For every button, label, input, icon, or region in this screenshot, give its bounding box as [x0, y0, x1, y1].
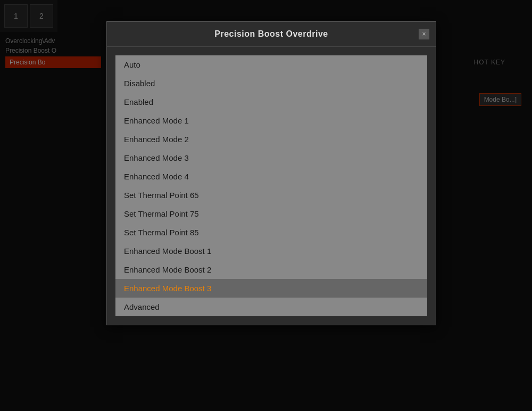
- modal-title-bar: Precision Boost Overdrive ×: [107, 22, 436, 47]
- list-item[interactable]: Set Thermal Point 75: [115, 204, 427, 223]
- options-list: AutoDisabledEnabledEnhanced Mode 1Enhanc…: [115, 55, 427, 316]
- list-item[interactable]: Enhanced Mode Boost 3: [115, 279, 427, 298]
- modal-title: Precision Boost Overdrive: [214, 29, 328, 39]
- list-item[interactable]: Enhanced Mode Boost 1: [115, 242, 427, 260]
- list-item[interactable]: Enhanced Mode Boost 2: [115, 260, 427, 279]
- list-item[interactable]: Enhanced Mode 2: [115, 130, 427, 149]
- list-item[interactable]: Enhanced Mode 1: [115, 111, 427, 130]
- list-item[interactable]: Set Thermal Point 85: [115, 223, 427, 242]
- precision-boost-modal: Precision Boost Overdrive × AutoDisabled…: [106, 21, 436, 325]
- list-item[interactable]: Auto: [115, 55, 427, 74]
- list-item[interactable]: Set Thermal Point 65: [115, 186, 427, 204]
- modal-close-button[interactable]: ×: [419, 29, 429, 39]
- list-item[interactable]: Disabled: [115, 74, 427, 93]
- list-item[interactable]: Advanced: [115, 298, 427, 316]
- list-item[interactable]: Enhanced Mode 3: [115, 149, 427, 167]
- list-item[interactable]: Enhanced Mode 4: [115, 167, 427, 186]
- list-item[interactable]: Enabled: [115, 93, 427, 111]
